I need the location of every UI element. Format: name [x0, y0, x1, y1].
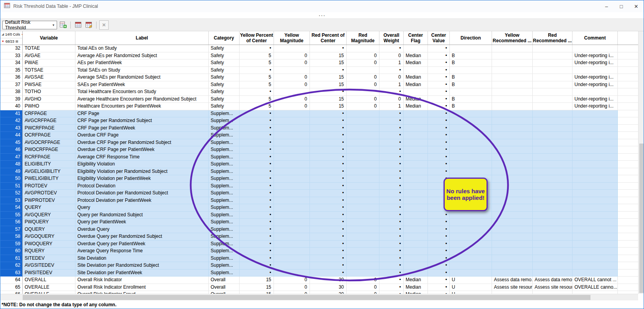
- cell-yellow-percent[interactable]: •: [240, 146, 274, 154]
- cell-overall-weight[interactable]: 1: [379, 103, 404, 110]
- cell-yellow-magnitude[interactable]: 0: [274, 74, 310, 81]
- cell-comment[interactable]: Under-reporting i...: [572, 96, 618, 103]
- cell-yellow-magnitude[interactable]: [274, 241, 310, 248]
- cell-label[interactable]: Average SAEs per Randomized Subject: [75, 74, 209, 81]
- cell-yellow-recommended[interactable]: [492, 190, 533, 197]
- cell-variable[interactable]: PWPROTDEV: [23, 197, 75, 205]
- cell-center-value[interactable]: •: [428, 183, 450, 190]
- cell-label[interactable]: Overall Risk Indicator Fraud: [75, 291, 209, 294]
- cell-overall-weight[interactable]: •: [379, 212, 404, 219]
- cell-red-percent[interactable]: •: [310, 154, 347, 161]
- cell-center-value[interactable]: •: [428, 197, 450, 205]
- cell-variable[interactable]: PWSITEDEV: [23, 269, 75, 277]
- cell-yellow-percent[interactable]: 5: [240, 59, 274, 67]
- table-row[interactable]: 60 RQUERY Average Query Response Time Su…: [0, 248, 638, 255]
- cell-yellow-percent[interactable]: •: [240, 88, 274, 96]
- cell-yellow-magnitude[interactable]: 0: [274, 291, 310, 294]
- cell-comment[interactable]: [572, 183, 618, 190]
- col-header-comment[interactable]: Comment: [572, 31, 618, 45]
- cell-red-recommended[interactable]: [533, 190, 572, 197]
- cell-overall-weight[interactable]: •: [379, 255, 404, 262]
- cell-red-magnitude[interactable]: [347, 139, 379, 147]
- cell-red-magnitude[interactable]: [347, 197, 379, 205]
- cell-red-magnitude[interactable]: [347, 67, 379, 74]
- cell-label[interactable]: Protocol Deviation: [75, 183, 209, 190]
- cell-yellow-recommended[interactable]: [492, 183, 533, 190]
- cell-direction[interactable]: [450, 139, 492, 147]
- cell-yellow-magnitude[interactable]: [274, 67, 310, 74]
- cell-label[interactable]: Eligibility Violation per PatientWeek: [75, 175, 209, 183]
- cell-category[interactable]: Safety: [209, 59, 240, 67]
- table-row[interactable]: 53 PWPROTDEV Protocol Deviation per Pati…: [0, 197, 638, 205]
- row-number[interactable]: 41: [0, 110, 23, 118]
- cell-center-flag[interactable]: Median: [404, 96, 428, 103]
- cell-center-value[interactable]: •: [428, 139, 450, 147]
- cell-label[interactable]: AEs per PatientWeek: [75, 59, 209, 67]
- cell-yellow-percent[interactable]: •: [240, 255, 274, 262]
- cell-center-flag[interactable]: [404, 132, 428, 139]
- cell-center-flag[interactable]: Median: [404, 284, 428, 291]
- cell-category[interactable]: Overall: [209, 291, 240, 294]
- cell-center-flag[interactable]: [404, 219, 428, 226]
- cell-variable[interactable]: OVERALLE: [23, 284, 75, 291]
- cell-center-value[interactable]: •: [428, 212, 450, 219]
- table-row[interactable]: 48 ELIGIBILITY Eligibility Violation Sup…: [0, 161, 638, 168]
- col-header-red-magnitude[interactable]: Red Magnitude: [347, 31, 379, 45]
- col-header-yellow-percent[interactable]: Yellow Percent of Center: [240, 31, 274, 45]
- cell-category[interactable]: Supplem...: [209, 255, 240, 262]
- cell-center-value[interactable]: •: [428, 74, 450, 81]
- cell-yellow-magnitude[interactable]: [274, 204, 310, 212]
- cell-overall-weight[interactable]: •: [379, 175, 404, 183]
- cell-yellow-recommended[interactable]: Assess data remo...: [492, 277, 533, 284]
- maximize-icon[interactable]: □: [614, 0, 629, 12]
- cell-red-percent[interactable]: •: [310, 161, 347, 168]
- cell-red-recommended[interactable]: [533, 197, 572, 205]
- cell-center-value[interactable]: •: [428, 88, 450, 96]
- cell-yellow-percent[interactable]: 15: [240, 284, 274, 291]
- cell-center-flag[interactable]: [404, 197, 428, 205]
- cell-label[interactable]: Overdue Query per Randomized Subject: [75, 233, 209, 241]
- table-row[interactable]: 33 AVGAE Average AEs per Randomized Subj…: [0, 52, 638, 60]
- cell-red-magnitude[interactable]: [347, 204, 379, 212]
- cell-red-recommended[interactable]: [533, 262, 572, 269]
- cell-comment[interactable]: Under-reporting i...: [572, 52, 618, 60]
- cell-direction[interactable]: [450, 248, 492, 255]
- table-row[interactable]: 64 OVERALL Overall Risk Indicator Overal…: [0, 277, 638, 284]
- cell-comment[interactable]: [572, 233, 618, 241]
- horizontal-scrollbar-thumb[interactable]: [23, 295, 590, 300]
- cell-red-magnitude[interactable]: [347, 233, 379, 241]
- cell-category[interactable]: Supplem...: [209, 262, 240, 269]
- cell-red-magnitude[interactable]: 0: [347, 74, 379, 81]
- cell-variable[interactable]: PWAE: [23, 59, 75, 67]
- cell-direction[interactable]: U: [450, 277, 492, 284]
- col-header-red-percent[interactable]: Red Percent of Center: [310, 31, 347, 45]
- cell-yellow-recommended[interactable]: [492, 74, 533, 81]
- cell-center-value[interactable]: •: [428, 125, 450, 132]
- cell-center-value[interactable]: •: [428, 248, 450, 255]
- cell-red-percent[interactable]: •: [310, 219, 347, 226]
- cell-red-magnitude[interactable]: [347, 269, 379, 277]
- cell-center-flag[interactable]: [404, 183, 428, 190]
- cell-center-value[interactable]: •: [428, 110, 450, 118]
- table-row[interactable]: 46 PWOCRFPAGE Overdue CRF Page per Patie…: [0, 146, 638, 154]
- cell-center-flag[interactable]: Median: [404, 59, 428, 67]
- edit-data-table-icon[interactable]: [84, 20, 93, 30]
- cell-red-recommended[interactable]: [533, 103, 572, 110]
- cell-center-value[interactable]: •: [428, 103, 450, 110]
- cell-yellow-magnitude[interactable]: [274, 233, 310, 241]
- cell-label[interactable]: Site Deviation per PatientWeek: [75, 269, 209, 277]
- cell-direction[interactable]: [450, 255, 492, 262]
- row-number[interactable]: 52: [0, 190, 23, 197]
- cell-red-recommended[interactable]: [533, 219, 572, 226]
- cell-direction[interactable]: [450, 212, 492, 219]
- cell-yellow-magnitude[interactable]: [274, 146, 310, 154]
- cell-red-percent[interactable]: •: [310, 212, 347, 219]
- cell-red-recommended[interactable]: [533, 255, 572, 262]
- cell-yellow-percent[interactable]: •: [240, 132, 274, 139]
- row-number[interactable]: 36: [0, 74, 23, 81]
- cell-red-percent[interactable]: •: [310, 132, 347, 139]
- row-number[interactable]: 39: [0, 96, 23, 103]
- cell-yellow-magnitude[interactable]: [274, 139, 310, 147]
- cell-yellow-magnitude[interactable]: [274, 168, 310, 176]
- vertical-scrollbar[interactable]: [638, 31, 644, 294]
